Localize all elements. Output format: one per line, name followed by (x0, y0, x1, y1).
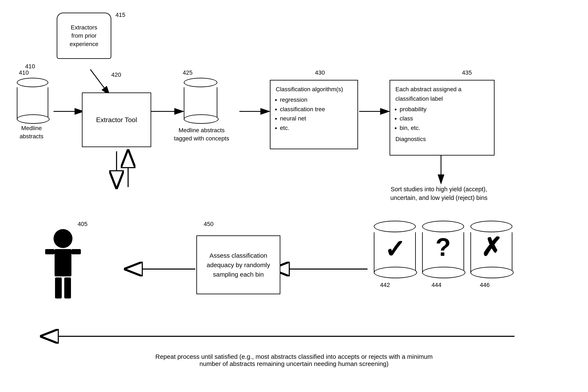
medline-abstracts-label: Medlineabstracts (10, 124, 52, 140)
tagged-label: Medline abstractstagged with concepts (168, 126, 235, 142)
diagnostics-label: Diagnostics (395, 134, 489, 144)
svg-rect-16 (45, 249, 55, 254)
ref-446: 446 (480, 282, 490, 288)
ref-410-label: 410 (19, 69, 29, 76)
bullet-bin: bin, etc. (400, 124, 489, 133)
bin-accept-cylinder: ✓ (374, 221, 416, 273)
extractors-prior-box: Extractorsfrom priorexperience (57, 12, 111, 59)
svg-rect-19 (64, 278, 71, 298)
sort-studies-label: Sort studies into high yield (accept),un… (367, 185, 510, 202)
svg-point-14 (53, 229, 72, 248)
bullet-classification-tree: classification tree (280, 105, 352, 114)
ref-410: 410 (25, 63, 35, 70)
medline-db-cylinder (17, 78, 48, 120)
svg-rect-17 (71, 249, 81, 254)
ref-405: 405 (78, 221, 88, 228)
svg-rect-15 (55, 249, 71, 276)
bullet-class: class (400, 114, 489, 124)
ref-430: 430 (315, 69, 325, 76)
tagged-abstracts-cylinder (184, 78, 217, 120)
diagram-container: 410 410 Medlineabstracts Extractorsfrom … (0, 0, 588, 392)
bin-reject-cylinder: ✗ (470, 221, 512, 273)
bullet-etc: etc. (280, 124, 352, 133)
bin-uncertain-cylinder: ? (422, 221, 464, 273)
abstract-assigned-title: Each abstract assigned aclassification l… (395, 85, 489, 104)
ref-450: 450 (204, 221, 214, 228)
svg-line-4 (90, 69, 109, 94)
ref-435: 435 (462, 69, 472, 76)
bullet-regression: regression (280, 95, 352, 105)
classification-title: Classification algorithm(s) (276, 85, 352, 94)
person-icon (42, 227, 84, 300)
ref-425: 425 (183, 69, 193, 76)
bullet-neural-net: neural net (280, 114, 352, 124)
ref-420: 420 (111, 72, 121, 78)
abstract-assigned-box: Each abstract assigned aclassification l… (390, 80, 495, 156)
assess-classification-box: Assess classificationadequacy by randoml… (196, 236, 280, 294)
classification-box: Classification algorithm(s) regression c… (270, 80, 358, 149)
ref-415: 415 (115, 12, 125, 18)
repeat-process-text: Repeat process until satisfied (e.g., mo… (42, 353, 546, 368)
ref-444: 444 (432, 282, 441, 288)
ref-442: 442 (380, 282, 390, 288)
extractor-tool-box: Extractor Tool (82, 92, 151, 147)
bullet-probability: probability (400, 105, 489, 114)
svg-rect-18 (55, 278, 62, 298)
